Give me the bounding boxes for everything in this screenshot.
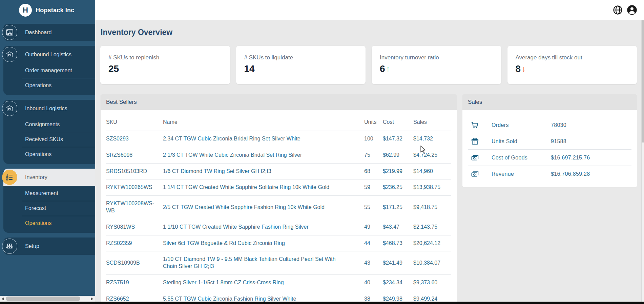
- cell-sales: $14,960: [413, 163, 451, 179]
- stat-label: Inventory turnover ratio: [380, 54, 493, 61]
- sidebar-item-order-management[interactable]: Order management: [3, 63, 95, 78]
- scroll-left-arrow-icon[interactable]: [2, 297, 4, 301]
- scroll-right-arrow-icon[interactable]: [91, 297, 93, 301]
- cell-sku[interactable]: RYS081WS: [106, 219, 163, 235]
- cash-icon: [471, 153, 479, 162]
- cell-units: 55: [364, 196, 383, 219]
- column-header-sales: Sales: [413, 110, 451, 131]
- vertical-scrollbar[interactable]: [641, 20, 644, 302]
- cell-cost: $62.99: [383, 147, 413, 163]
- stat-value: 6: [380, 63, 385, 74]
- stat-label: # SKUs to liquidate: [244, 54, 358, 61]
- sidebar-item-outbound-logistics[interactable]: Outbound Logistics: [3, 46, 95, 63]
- sidebar-item-inbound-operations[interactable]: Operations: [3, 147, 95, 162]
- sidebar-item-inventory[interactable]: Inventory: [3, 169, 95, 186]
- cell-sku[interactable]: SRDS105103RD: [106, 163, 163, 179]
- best-sellers-panel: Best Sellers SKU Name Units Cost Sales S…: [101, 94, 457, 304]
- stat-label: # SKUs to replenish: [108, 54, 222, 61]
- cell-units: 43: [364, 251, 383, 275]
- nav-group-inbound: Inbound Logistics Consignments Received …: [3, 100, 95, 164]
- cell-sku[interactable]: SZS0293: [106, 131, 163, 147]
- cell-sku[interactable]: RYKTW100265WS: [106, 179, 163, 196]
- conveyor-icon: [2, 239, 17, 254]
- sidebar-item-dashboard[interactable]: Dashboard: [3, 24, 95, 41]
- stat-cards: # SKUs to replenish 25 # SKUs to liquida…: [100, 46, 637, 84]
- cell-sku[interactable]: RYKTW100208WS-WB: [106, 196, 163, 219]
- sidebar-item-label: Setup: [25, 243, 39, 249]
- sidebar-item-measurement[interactable]: Measurement: [3, 186, 95, 201]
- stat-card-days-till-stockout: Average days till stock out 8 ↓: [507, 46, 637, 84]
- cell-name: 1 1/10 CT TGW Created White Sapphire Fas…: [163, 219, 364, 235]
- sidebar-item-consignments[interactable]: Consignments: [3, 117, 95, 132]
- cell-sku[interactable]: RZS7519: [106, 274, 163, 291]
- sidebar-item-outbound-operations[interactable]: Operations: [3, 78, 95, 93]
- sales-row-orders: Orders 78030: [468, 117, 631, 133]
- table-row: SRDS105103RD 1/6 CT Diamond TW Ring Set …: [106, 163, 451, 179]
- stat-card-skus-replenish: # SKUs to replenish 25: [100, 46, 230, 84]
- table-row: RYS081WS 1 1/10 CT TGW Created White Sap…: [106, 219, 451, 235]
- sidebar-item-inbound-logistics[interactable]: Inbound Logistics: [3, 100, 95, 117]
- sidebar: H Hopstack Inc Dashboard: [0, 0, 95, 304]
- cell-name: 2/5 CT TGW Created White Sapphire Fashio…: [163, 196, 364, 219]
- cell-name: 2.34 CT TGW Cubic Zirconia Bridal Ring S…: [163, 131, 364, 147]
- cell-sales: $4,724.25: [413, 147, 451, 163]
- user-avatar-icon[interactable]: [627, 5, 637, 15]
- column-header-units: Units: [364, 110, 383, 131]
- sidebar-item-label: Inbound Logistics: [25, 106, 67, 112]
- column-header-name: Name: [163, 110, 364, 131]
- cell-sales: $9,373.60: [413, 274, 451, 291]
- sales-value: 91588: [551, 138, 566, 145]
- sales-value: 78030: [551, 122, 566, 128]
- stat-card-skus-liquidate: # SKUs to liquidate 14: [236, 46, 366, 84]
- nav-group-inventory: Inventory Measurement Forecast Operation…: [3, 169, 95, 233]
- cell-name: 2 1/3 CT TGW White Cubic Zirconia Bridal…: [163, 147, 364, 163]
- sales-row-revenue: Revenue $16,706,859.28: [468, 166, 631, 182]
- table-row: RZS7519 Sterling Silver 1-1/5ct 1.8mm CZ…: [106, 274, 451, 291]
- app-logo: H Hopstack Inc: [0, 0, 95, 20]
- nav-group-setup: Setup: [3, 238, 95, 255]
- best-sellers-tbody: SZS0293 2.34 CT TGW Cubic Zirconia Brida…: [106, 131, 451, 304]
- cell-name: Silver 6ct TGW Baguette & Rd Cubic Zirco…: [163, 235, 364, 251]
- stat-card-turnover-ratio: Inventory turnover ratio 6 ↑: [372, 46, 501, 84]
- sidebar-item-setup[interactable]: Setup: [3, 238, 95, 255]
- sales-label: Units Sold: [492, 138, 551, 145]
- cell-cost: $171.25: [383, 196, 413, 219]
- cell-sku[interactable]: SRZS6098: [106, 147, 163, 163]
- stat-value: 8: [516, 63, 521, 74]
- sidebar-item-inventory-operations[interactable]: Operations: [3, 216, 95, 231]
- trend-down-arrow-icon: ↓: [522, 65, 526, 73]
- page-title: Inventory Overview: [101, 28, 644, 37]
- cell-cost: $241.49: [383, 251, 413, 275]
- stat-label: Average days till stock out: [516, 54, 629, 61]
- cell-cost: $43.47: [383, 219, 413, 235]
- cell-cost: $234.34: [383, 274, 413, 291]
- sales-title: Sales: [462, 94, 637, 110]
- sales-label: Cost of Goods: [492, 155, 551, 161]
- hopstack-logo-icon: H: [19, 4, 32, 17]
- cell-name: Sterling Silver 1-1/5ct 1.8mm CZ Criss-C…: [163, 274, 364, 291]
- nav-group-dashboard: Dashboard: [3, 24, 95, 41]
- sidebar-horizontal-scrollbar[interactable]: [0, 296, 95, 302]
- sales-label: Orders: [492, 122, 551, 128]
- main-content: Inventory Overview # SKUs to replenish 2…: [95, 20, 644, 304]
- scrollbar-thumb[interactable]: [6, 297, 80, 301]
- globe-icon[interactable]: [612, 5, 623, 15]
- cell-name: 1/6 CT Diamond TW Ring Set Silver GH I2;…: [163, 163, 364, 179]
- cell-sku[interactable]: SCDS10909B: [106, 251, 163, 275]
- sidebar-item-forecast[interactable]: Forecast: [3, 201, 95, 216]
- scrollbar-thumb[interactable]: [642, 20, 644, 142]
- warehouse-inbound-icon: [2, 101, 17, 116]
- cell-name: 1 1/4 CT TGW Created White Sapphire Soli…: [163, 179, 364, 196]
- best-sellers-title: Best Sellers: [101, 94, 457, 110]
- column-header-sku: SKU: [106, 110, 163, 131]
- panels-row: Best Sellers SKU Name Units Cost Sales S…: [101, 94, 637, 304]
- package-icon: [471, 137, 479, 146]
- cell-cost: $219.99: [383, 163, 413, 179]
- cell-sku[interactable]: RZS02359: [106, 235, 163, 251]
- cell-units: 68: [364, 163, 383, 179]
- cash-icon: [471, 170, 479, 178]
- sidebar-item-received-skus[interactable]: Received SKUs: [3, 132, 95, 147]
- cell-units: 59: [364, 179, 383, 196]
- bottom-edge-bar: [0, 302, 644, 304]
- cell-name: 1/10 CT Diamond TW 9 - 9.5 MM Black Tahi…: [163, 251, 364, 275]
